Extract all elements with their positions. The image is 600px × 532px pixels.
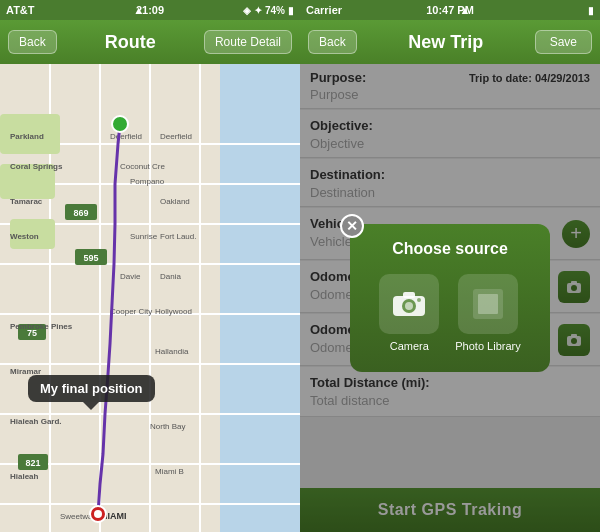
battery-bar-icon: ▮ (288, 5, 294, 16)
choose-source-modal: ✕ Choose source (350, 224, 550, 372)
svg-text:Tamarac: Tamarac (10, 197, 43, 206)
svg-point-50 (112, 116, 128, 132)
svg-text:Oakland: Oakland (160, 197, 190, 206)
svg-text:Dania: Dania (160, 272, 181, 281)
svg-text:Hialeah: Hialeah (10, 472, 39, 481)
gps-icon: ◈ (243, 5, 251, 16)
svg-text:Weston: Weston (10, 232, 39, 241)
svg-text:Hollywood: Hollywood (155, 307, 192, 316)
svg-point-52 (94, 510, 102, 518)
close-icon: ✕ (346, 218, 358, 234)
battery-left: 74% (265, 5, 285, 16)
status-bar-left: AT&T ▲ 21:09 ◈ ✦ 74% ▮ (0, 0, 300, 20)
svg-text:Pompano: Pompano (130, 177, 165, 186)
map-tooltip: My final position (28, 375, 155, 402)
photo-library-option-icon (458, 274, 518, 334)
svg-rect-1 (220, 64, 300, 532)
svg-text:Cooper City: Cooper City (110, 307, 152, 316)
photo-library-label: Photo Library (455, 340, 520, 352)
nav-bar-left: Back Route Route Detail (0, 20, 300, 64)
svg-rect-62 (403, 292, 415, 298)
svg-text:Sunrise: Sunrise (130, 232, 158, 241)
camera-option[interactable]: Camera (379, 274, 439, 352)
svg-text:Coconut Cre: Coconut Cre (120, 162, 165, 171)
carrier-right: Carrier (306, 4, 342, 16)
svg-text:Miami B: Miami B (155, 467, 184, 476)
time-left: 21:09 (136, 4, 164, 16)
right-panel: Carrier ▲ 10:47 PM ▮ Back New Trip Save … (300, 0, 600, 532)
battery-right-icon: ▮ (588, 5, 594, 16)
photo-library-icon (470, 286, 506, 322)
save-button[interactable]: Save (535, 30, 592, 54)
camera-label: Camera (390, 340, 429, 352)
svg-point-61 (405, 302, 413, 310)
modal-close-button[interactable]: ✕ (340, 214, 364, 238)
svg-text:595: 595 (83, 253, 98, 263)
svg-text:Davie: Davie (120, 272, 141, 281)
tooltip-text: My final position (40, 381, 143, 396)
back-button-right[interactable]: Back (308, 30, 357, 54)
svg-text:821: 821 (25, 458, 40, 468)
modal-overlay: ✕ Choose source (300, 64, 600, 532)
svg-rect-65 (478, 294, 498, 314)
svg-text:Fort Laud.: Fort Laud. (160, 232, 196, 241)
svg-text:Coral Springs: Coral Springs (10, 162, 63, 171)
back-button-left[interactable]: Back (8, 30, 57, 54)
modal-options: Camera Photo Library (370, 274, 530, 352)
svg-text:Hallandia: Hallandia (155, 347, 189, 356)
svg-point-63 (417, 298, 421, 302)
modal-title: Choose source (370, 240, 530, 258)
photo-library-option[interactable]: Photo Library (455, 274, 520, 352)
svg-text:Pembroke Pines: Pembroke Pines (10, 322, 73, 331)
left-panel: AT&T ▲ 21:09 ◈ ✦ 74% ▮ Back Route Route … (0, 0, 300, 532)
svg-text:Deerfield: Deerfield (110, 132, 142, 141)
svg-text:Parkland: Parkland (10, 132, 44, 141)
status-bar-right: Carrier ▲ 10:47 PM ▮ (300, 0, 600, 20)
nav-bar-right: Back New Trip Save (300, 20, 600, 64)
time-right: 10:47 PM (426, 4, 474, 16)
svg-text:Hialeah Gard.: Hialeah Gard. (10, 417, 62, 426)
map-svg: 595 75 821 869 Parkland Coral Springs Ta… (0, 64, 300, 532)
svg-text:North Bay: North Bay (150, 422, 186, 431)
route-detail-button[interactable]: Route Detail (204, 30, 292, 54)
new-trip-title: New Trip (408, 32, 483, 53)
bluetooth-icon: ✦ (254, 5, 262, 16)
map-container[interactable]: 595 75 821 869 Parkland Coral Springs Ta… (0, 64, 300, 532)
carrier-left: AT&T (6, 4, 35, 16)
svg-text:Deerfield: Deerfield (160, 132, 192, 141)
route-title: Route (105, 32, 156, 53)
camera-icon (391, 290, 427, 318)
camera-option-icon (379, 274, 439, 334)
svg-text:869: 869 (73, 208, 88, 218)
